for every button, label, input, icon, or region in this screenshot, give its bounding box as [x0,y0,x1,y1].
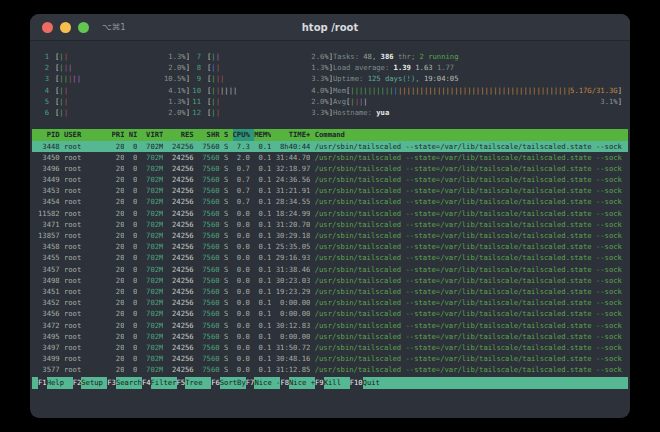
avg-meter: Avg[||||3.1%] [333,96,622,107]
process-row[interactable]: 3448root200702M242567560S7.30.18h40:44/u… [32,141,628,152]
process-row[interactable]: 3458root200702M242567560S0.00.125:35.05/… [32,241,628,252]
uptime-line: Uptime: 125 days(!), 19:04:05 [333,73,622,84]
stats-column: Tasks: 48, 386 thr; 2 runningLoad averag… [333,51,622,118]
column-header-virt[interactable]: VIRT [142,129,164,140]
process-row[interactable]: 3497root200702M242567560S0.00.131:50.72/… [32,342,628,353]
column-header-res[interactable]: RES [168,129,194,140]
fkey-f9[interactable]: F9Kill [315,377,350,389]
fkey-f8[interactable]: F8Nice + [280,377,315,389]
process-row[interactable]: 3499root200702M242567560S0.00.130:48.16/… [32,353,628,364]
process-row[interactable]: 3472root200702M242567560S0.00.130:12.83/… [32,320,628,331]
cpu-bar-graph: || [211,51,311,62]
process-row[interactable]: 3455root200702M242567560S0.00.129:16.93/… [32,252,628,263]
cpu-bar-graph: || [211,96,311,107]
process-row[interactable]: 3496root200702M242567560S0.70.132:18.97/… [32,163,628,174]
cpu-meter-12: 12[||3.3%] [190,107,333,118]
cpu-meter-3: 3[|||||10.5%] [38,73,190,84]
column-header-time[interactable]: TIME+ [276,129,311,140]
minimize-button[interactable] [60,22,71,33]
cpu-bar-graph: || [211,107,311,118]
cpu-meter-8: 8[||1.3%] [190,62,333,73]
column-header-pri[interactable]: PRI [112,129,125,140]
cpu-meter-column-1: 1[||1.3%]2[|||2.0%]3[|||||10.5%]4[||4.1%… [38,51,190,118]
process-row[interactable]: 3471root200702M242567560S0.00.131:20.70/… [32,219,628,230]
close-button[interactable] [42,22,53,33]
cpu-bar-graph: || [59,51,168,62]
process-row[interactable]: 3454root200702M242567560S0.70.128:34.55/… [32,196,628,207]
table-header: PIDUSERPRINIVIRTRESSHRSCPU%MEM%TIME+Comm… [32,129,628,140]
cpu-bar-graph: || [59,107,168,118]
process-row[interactable]: 3451root200702M242567560S0.00.119:23.29/… [32,286,628,297]
process-row[interactable]: 3449root200702M242567560S0.70.124:36.56/… [32,174,628,185]
traffic-lights [30,22,89,33]
process-row[interactable]: 3498root200702M242567560S0.00.130:23.03/… [32,275,628,286]
column-header-pid[interactable]: PID [38,129,60,140]
cpu-meter-11: 11[||2.0%] [190,96,333,107]
process-row[interactable]: 3450root200702M242567560S2.00.131:44.70/… [32,152,628,163]
cpu-bar-graph: ||| [211,73,311,84]
title-bar[interactable]: ⌥⌘1 htop /root [30,14,630,41]
cpu-bar-graph: || [59,96,168,107]
cpu-meter-6: 6[||2.0%] [38,107,190,118]
fkey-f7[interactable]: F7Nice - [246,377,281,389]
fkey-f1[interactable]: F1Help [38,377,73,389]
cpu-bar-graph: |||||| [211,85,311,96]
load-average-line: Load average: 1.39 1.63 1.77 [333,62,622,73]
fkey-f2[interactable]: F2Setup [73,377,108,389]
column-header-ni[interactable]: NI [129,129,138,140]
process-row[interactable]: 3577root200702M242567560S0.00.131:12.85/… [32,364,628,375]
process-row[interactable]: 3495root200702M242567560S0.00.10:00.00/u… [32,331,628,342]
cpu-bar-graph: ||||| [59,73,164,84]
fkey-f10[interactable]: F10Quit [350,377,389,389]
process-row[interactable]: 3457root200702M242567560S0.00.131:38.46/… [32,264,628,275]
spacer-line [38,118,622,129]
column-header-mem[interactable]: MEM% [254,129,271,140]
fkey-f6[interactable]: F6SortBy [211,377,246,389]
cpu-meter-4: 4[||4.1%] [38,85,190,96]
column-header-user[interactable]: USER [64,129,107,140]
cpu-meter-5: 5[||1.3%] [38,96,190,107]
column-header-shr[interactable]: SHR [198,129,220,140]
tab-shortcut-label: ⌥⌘1 [102,22,126,32]
terminal-window: ⌥⌘1 htop /root 1[||1.3%]2[|||2.0%]3[||||… [30,14,630,418]
cpu-meter-column-2: 7[||2.6%]8[||1.3%]9[|||3.3%]10[||||||4.0… [190,51,333,118]
column-header-command[interactable]: Command [315,129,622,140]
process-row[interactable]: 13857root200702M242567560S0.00.130:29.18… [32,230,628,241]
avg-bar-graph: |||| [350,96,600,107]
cpu-meter-1: 1[||1.3%] [38,51,190,62]
column-header-s[interactable]: S [224,129,228,140]
cpu-bar-graph: || [59,85,168,96]
meter-section: 1[||1.3%]2[|||2.0%]3[|||||10.5%]4[||4.1%… [38,51,622,118]
process-row[interactable]: 3452root200702M242567560S0.00.10:00.00/u… [32,297,628,308]
tasks-line: Tasks: 48, 386 thr; 2 running [333,51,622,62]
process-row[interactable]: 3453root200702M242567560S0.70.131:21.91/… [32,185,628,196]
column-header-cpu[interactable]: CPU% [233,129,255,140]
cpu-meter-9: 9[|||3.3%] [190,73,333,84]
process-row[interactable]: 11582root200702M242567560S0.00.118:24.99… [32,208,628,219]
cpu-meter-10: 10[||||||4.0%] [190,85,333,96]
htop-terminal: 1[||1.3%]2[|||2.0%]3[|||||10.5%]4[||4.1%… [30,41,630,418]
mem-meter: Mem[||||||||||||||||||||||||||||||||||||… [333,85,622,96]
zoom-button[interactable] [78,22,89,33]
fkey-f4[interactable]: F4Filter [142,377,177,389]
cpu-bar-graph: || [211,62,311,73]
cpu-meter-7: 7[||2.6%] [190,51,333,62]
function-key-bar: F1Help F2Setup F3SearchF4FilterF5Tree F6… [32,377,628,389]
process-row[interactable]: 3456root200702M242567560S0.00.10:00.00/u… [32,308,628,319]
fkey-f3[interactable]: F3Search [107,377,142,389]
cpu-bar-graph: ||| [59,62,168,73]
cpu-meter-2: 2[|||2.0%] [38,62,190,73]
mem-bar-graph: ||||||||||||||||||||||||||||||||||||||||… [350,85,570,96]
hostname-line: Hostname: yua [333,107,622,118]
fkey-f5[interactable]: F5Tree [177,377,212,389]
fkey-bar-filler [389,377,628,389]
